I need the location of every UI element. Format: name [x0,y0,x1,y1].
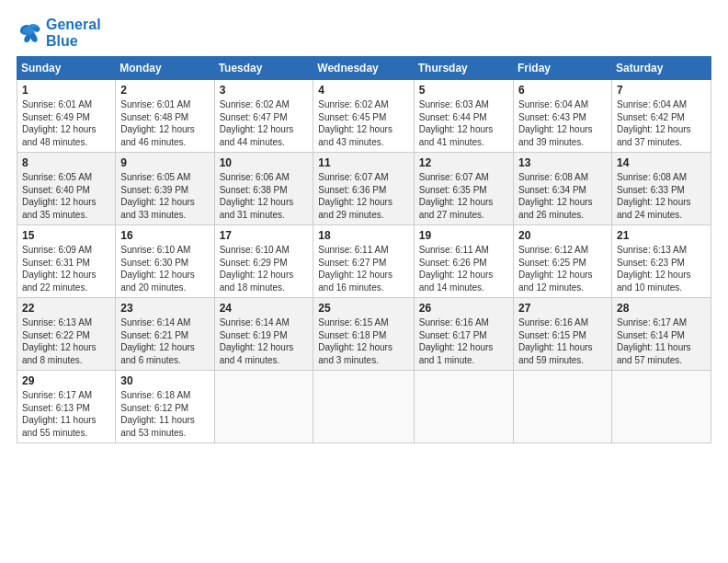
day-number: 4 [318,84,408,97]
day-cell-25: 25Sunrise: 6:15 AMSunset: 6:18 PMDayligh… [313,298,414,371]
day-number: 28 [617,302,706,315]
day-number: 2 [120,84,209,97]
day-info: Sunrise: 6:13 AMSunset: 6:23 PMDaylight:… [617,244,706,293]
day-cell-28: 28Sunrise: 6:17 AMSunset: 6:14 PMDayligh… [611,298,711,371]
day-info: Sunrise: 6:05 AMSunset: 6:39 PMDaylight:… [120,171,209,221]
day-number: 7 [617,84,706,97]
day-number: 13 [518,156,607,169]
day-number: 3 [220,84,309,97]
day-info: Sunrise: 6:02 AMSunset: 6:47 PMDaylight:… [220,98,309,148]
day-info: Sunrise: 6:11 AMSunset: 6:26 PMDaylight:… [419,244,508,293]
day-number: 15 [22,229,110,242]
day-info: Sunrise: 6:09 AMSunset: 6:31 PMDaylight:… [22,244,110,293]
day-cell-27: 27Sunrise: 6:16 AMSunset: 6:15 PMDayligh… [513,298,611,371]
empty-cell [414,371,513,443]
day-number: 1 [22,84,110,97]
day-cell-17: 17Sunrise: 6:10 AMSunset: 6:29 PMDayligh… [214,225,313,298]
week-row-2: 8Sunrise: 6:05 AMSunset: 6:40 PMDaylight… [17,153,711,225]
day-number: 10 [220,156,309,169]
day-cell-30: 30Sunrise: 6:18 AMSunset: 6:12 PMDayligh… [116,371,214,443]
day-info: Sunrise: 6:14 AMSunset: 6:21 PMDaylight:… [120,316,209,366]
weekday-friday: Friday [513,57,611,80]
logo-icon [17,20,42,46]
day-info: Sunrise: 6:03 AMSunset: 6:44 PMDaylight:… [419,98,508,148]
day-info: Sunrise: 6:07 AMSunset: 6:35 PMDaylight:… [419,171,508,221]
day-cell-23: 23Sunrise: 6:14 AMSunset: 6:21 PMDayligh… [116,298,214,371]
calendar-table: SundayMondayTuesdayWednesdayThursdayFrid… [17,56,711,443]
day-number: 14 [617,156,706,169]
day-number: 17 [220,229,309,242]
day-cell-12: 12Sunrise: 6:07 AMSunset: 6:35 PMDayligh… [414,153,513,225]
empty-cell [611,371,711,443]
day-info: Sunrise: 6:10 AMSunset: 6:29 PMDaylight:… [220,244,309,293]
day-number: 29 [22,374,110,387]
day-number: 30 [120,374,209,387]
day-cell-1: 1Sunrise: 6:01 AMSunset: 6:49 PMDaylight… [17,80,116,153]
day-number: 11 [318,156,408,169]
day-cell-21: 21Sunrise: 6:13 AMSunset: 6:23 PMDayligh… [611,225,711,298]
day-number: 22 [22,302,110,315]
day-info: Sunrise: 6:17 AMSunset: 6:13 PMDaylight:… [22,389,110,439]
day-cell-19: 19Sunrise: 6:11 AMSunset: 6:26 PMDayligh… [414,225,513,298]
day-number: 25 [318,302,408,315]
week-row-1: 1Sunrise: 6:01 AMSunset: 6:49 PMDaylight… [17,80,711,153]
day-number: 8 [22,156,110,169]
day-cell-22: 22Sunrise: 6:13 AMSunset: 6:22 PMDayligh… [17,298,116,371]
day-info: Sunrise: 6:15 AMSunset: 6:18 PMDaylight:… [318,316,408,366]
day-number: 6 [518,84,607,97]
day-cell-26: 26Sunrise: 6:16 AMSunset: 6:17 PMDayligh… [414,298,513,371]
weekday-saturday: Saturday [611,57,711,80]
day-info: Sunrise: 6:10 AMSunset: 6:30 PMDaylight:… [120,244,209,293]
day-cell-7: 7Sunrise: 6:04 AMSunset: 6:42 PMDaylight… [611,80,711,153]
header: General Blue [17,17,711,49]
weekday-header-row: SundayMondayTuesdayWednesdayThursdayFrid… [17,57,711,80]
day-cell-6: 6Sunrise: 6:04 AMSunset: 6:43 PMDaylight… [513,80,611,153]
day-cell-29: 29Sunrise: 6:17 AMSunset: 6:13 PMDayligh… [17,371,116,443]
day-cell-14: 14Sunrise: 6:08 AMSunset: 6:33 PMDayligh… [611,153,711,225]
day-info: Sunrise: 6:04 AMSunset: 6:43 PMDaylight:… [518,98,607,148]
day-cell-10: 10Sunrise: 6:06 AMSunset: 6:38 PMDayligh… [214,153,313,225]
day-info: Sunrise: 6:07 AMSunset: 6:36 PMDaylight:… [318,171,408,221]
day-number: 20 [518,229,607,242]
day-number: 12 [419,156,508,169]
day-number: 9 [120,156,209,169]
day-info: Sunrise: 6:13 AMSunset: 6:22 PMDaylight:… [22,316,110,366]
empty-cell [313,371,414,443]
day-number: 21 [617,229,706,242]
day-cell-2: 2Sunrise: 6:01 AMSunset: 6:48 PMDaylight… [116,80,214,153]
day-info: Sunrise: 6:18 AMSunset: 6:12 PMDaylight:… [120,389,209,439]
day-number: 26 [419,302,508,315]
day-cell-4: 4Sunrise: 6:02 AMSunset: 6:45 PMDaylight… [313,80,414,153]
day-info: Sunrise: 6:08 AMSunset: 6:34 PMDaylight:… [518,171,607,221]
weekday-sunday: Sunday [17,57,116,80]
logo: General Blue [17,17,101,49]
page: General Blue SundayMondayTuesdayWednesda… [0,0,728,563]
day-info: Sunrise: 6:06 AMSunset: 6:38 PMDaylight:… [220,171,309,221]
day-info: Sunrise: 6:16 AMSunset: 6:15 PMDaylight:… [518,316,607,366]
day-cell-5: 5Sunrise: 6:03 AMSunset: 6:44 PMDaylight… [414,80,513,153]
empty-cell [513,371,611,443]
week-row-5: 29Sunrise: 6:17 AMSunset: 6:13 PMDayligh… [17,371,711,443]
day-cell-8: 8Sunrise: 6:05 AMSunset: 6:40 PMDaylight… [17,153,116,225]
week-row-4: 22Sunrise: 6:13 AMSunset: 6:22 PMDayligh… [17,298,711,371]
day-cell-9: 9Sunrise: 6:05 AMSunset: 6:39 PMDaylight… [116,153,214,225]
day-cell-24: 24Sunrise: 6:14 AMSunset: 6:19 PMDayligh… [214,298,313,371]
empty-cell [214,371,313,443]
day-number: 19 [419,229,508,242]
day-info: Sunrise: 6:01 AMSunset: 6:48 PMDaylight:… [120,98,209,148]
day-info: Sunrise: 6:12 AMSunset: 6:25 PMDaylight:… [518,244,607,293]
weekday-wednesday: Wednesday [313,57,414,80]
day-cell-18: 18Sunrise: 6:11 AMSunset: 6:27 PMDayligh… [313,225,414,298]
day-cell-11: 11Sunrise: 6:07 AMSunset: 6:36 PMDayligh… [313,153,414,225]
day-number: 5 [419,84,508,97]
day-info: Sunrise: 6:02 AMSunset: 6:45 PMDaylight:… [318,98,408,148]
day-cell-15: 15Sunrise: 6:09 AMSunset: 6:31 PMDayligh… [17,225,116,298]
day-number: 16 [120,229,209,242]
weekday-thursday: Thursday [414,57,513,80]
logo-text: General Blue [46,17,101,49]
day-info: Sunrise: 6:01 AMSunset: 6:49 PMDaylight:… [22,98,110,148]
day-info: Sunrise: 6:14 AMSunset: 6:19 PMDaylight:… [220,316,309,366]
day-info: Sunrise: 6:16 AMSunset: 6:17 PMDaylight:… [419,316,508,366]
day-number: 23 [120,302,209,315]
weekday-tuesday: Tuesday [214,57,313,80]
